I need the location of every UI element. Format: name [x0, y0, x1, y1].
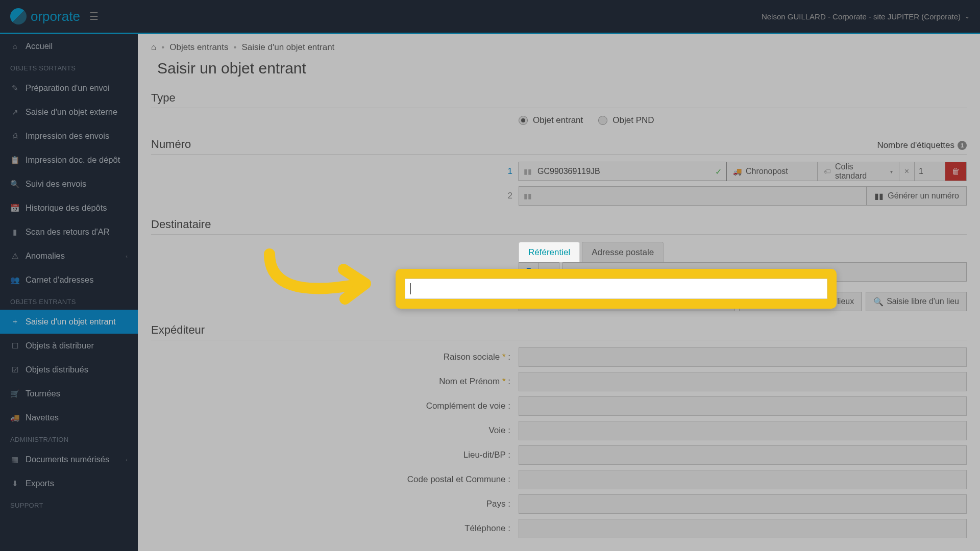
tag-icon: 🏷 — [824, 167, 831, 176]
sidebar-item-documents[interactable]: ▦Documents numérisés‹ — [0, 447, 138, 471]
sidebar-label: Carnet d'adresses — [26, 275, 93, 285]
sidebar-item-tournees[interactable]: 🛒Tournées — [0, 382, 138, 406]
chevron-left-icon: ‹ — [126, 457, 128, 463]
users-icon: 👥 — [10, 276, 19, 285]
section-heading: Numéro Nombre d'étiquettes1 — [151, 133, 967, 155]
tab-referentiel[interactable]: Référentiel — [519, 242, 580, 262]
user-label: Nelson GUILLARD - Corporate - site JUPIT… — [762, 12, 961, 21]
barcode-icon: ▮ — [10, 228, 19, 237]
sidebar-item-accueil[interactable]: ⌂Accueil — [0, 34, 138, 58]
voie-input[interactable] — [519, 421, 967, 440]
page-title: Saisir un objet entrant — [138, 56, 980, 86]
delete-button[interactable]: 🗑 — [945, 162, 967, 181]
check-icon: ✓ — [715, 167, 722, 177]
close-icon: × — [902, 167, 911, 176]
cart-icon: 🛒 — [10, 389, 19, 398]
section-caracteristiques: Caractéristiques — [151, 545, 967, 551]
print-icon: ⎙ — [10, 132, 19, 140]
saisie-libre-button[interactable]: 🔍Saisie libre d'un lieu — [866, 292, 967, 311]
numero-row-2: 2 ▮▮ ▮▮Générer un numéro — [519, 186, 967, 206]
cp-commune-input[interactable] — [519, 470, 967, 489]
sidebar-item-saisie-entrant[interactable]: ＋Saisie d'un objet entrant — [0, 310, 138, 334]
sidebar-item-impression-doc[interactable]: 📋Impression doc. de dépôt — [0, 148, 138, 172]
external-icon: ↗ — [10, 108, 19, 117]
tab-adresse-postale[interactable]: Adresse postale — [582, 242, 664, 262]
breadcrumb: ⌂ • Objets entrants • Saisie d'un objet … — [138, 34, 980, 56]
lieudit-input[interactable] — [519, 445, 967, 465]
home-icon[interactable]: ⌂ — [151, 42, 156, 53]
truck-icon: 🚚 — [733, 167, 742, 176]
carrier-select[interactable]: 🚚Chronopost — [727, 162, 818, 181]
colis-value: Colis standard — [835, 162, 886, 181]
sidebar-label: Anomalies — [26, 251, 65, 261]
sidebar-label: Exports — [26, 479, 54, 488]
sidebar-header-entrants: OBJETS ENTRANTS — [0, 292, 138, 310]
sidebar-label: Navettes — [26, 413, 59, 422]
sidebar-item-navettes[interactable]: 🚚Navettes — [0, 406, 138, 430]
chevron-down-icon: ⌄ — [965, 13, 970, 20]
plus-icon: ＋ — [10, 317, 19, 327]
pays-input[interactable] — [519, 494, 967, 514]
sidebar-item-preparation[interactable]: ✎Préparation d'un envoi — [0, 76, 138, 100]
field-label: Pays : — [151, 499, 519, 509]
section-numero: Numéro Nombre d'étiquettes1 1 ▮▮ ✓ 🚚Chro… — [151, 133, 967, 206]
radio-label: Objet PND — [612, 115, 654, 126]
nom-prenom-input[interactable] — [519, 372, 967, 391]
sidebar-item-suivi[interactable]: 🔍Suivi des envois — [0, 172, 138, 196]
field-label: Raison sociale — [444, 352, 500, 362]
brand-logo[interactable]: orporate — [10, 8, 80, 24]
section-heading: Type — [151, 86, 967, 108]
sidebar-header-support: SUPPORT — [0, 495, 138, 513]
sidebar-header-sortants: OBJETS SORTANTS — [0, 58, 138, 76]
radio-icon — [598, 116, 607, 125]
highlighted-input[interactable] — [405, 279, 827, 299]
generate-number-button[interactable]: ▮▮Générer un numéro — [867, 186, 967, 206]
sidebar-item-exports[interactable]: ⬇Exports — [0, 471, 138, 495]
colis-type-select[interactable]: 🏷Colis standard▾ — [818, 162, 899, 181]
row-index: 2 — [500, 191, 512, 201]
tutorial-highlight — [396, 269, 837, 309]
qty-input[interactable]: 1 — [915, 162, 945, 181]
etiquettes-label: Nombre d'étiquettes1 — [877, 140, 967, 151]
field-label: Téléphone : — [151, 523, 519, 534]
sidebar-label: Scan des retours d'AR — [26, 227, 110, 237]
raison-sociale-input[interactable] — [519, 347, 967, 367]
sidebar-item-anomalies[interactable]: ⚠Anomalies‹ — [0, 244, 138, 268]
sidebar-label: Suivi des envois — [26, 179, 86, 189]
sidebar: ⌂Accueil OBJETS SORTANTS ✎Préparation d'… — [0, 34, 138, 551]
warning-icon: ⚠ — [10, 252, 19, 261]
row-index: 1 — [500, 166, 512, 177]
sidebar-header-admin: ADMINISTRATION — [0, 430, 138, 447]
breadcrumb-sep: • — [161, 42, 164, 53]
numero-input[interactable] — [519, 162, 727, 181]
brand-text: orporate — [31, 9, 80, 24]
sidebar-item-saisie-externe[interactable]: ↗Saisie d'un objet externe — [0, 100, 138, 124]
sidebar-label: Accueil — [26, 41, 53, 51]
sidebar-item-a-distribuer[interactable]: ☐Objets à distribuer — [0, 334, 138, 358]
field-label: Code postal et Commune : — [151, 474, 519, 485]
truck-icon: 🚚 — [10, 413, 19, 422]
barcode-icon: ▮▮ — [524, 167, 532, 176]
sidebar-item-carnet[interactable]: 👥Carnet d'adresses — [0, 268, 138, 292]
breadcrumb-link[interactable]: Objets entrants — [169, 42, 228, 53]
sidebar-item-impression-envois[interactable]: ⎙Impression des envois — [0, 124, 138, 148]
section-heading: Expéditeur — [151, 318, 967, 340]
user-menu[interactable]: Nelson GUILLARD - Corporate - site JUPIT… — [762, 12, 970, 21]
sidebar-item-distribues[interactable]: ☑Objets distribués — [0, 358, 138, 382]
qr-icon: ▦ — [10, 455, 19, 464]
telephone-input[interactable] — [519, 519, 967, 538]
section-expediteur: Expéditeur Raison sociale * : Nom et Pré… — [151, 318, 967, 538]
section-type: Type Objet entrant Objet PND — [151, 86, 967, 126]
check-icon: ☑ — [10, 365, 19, 374]
sidebar-item-scan[interactable]: ▮Scan des retours d'AR — [0, 220, 138, 244]
radio-objet-pnd[interactable]: Objet PND — [598, 115, 654, 126]
complement-voie-input[interactable] — [519, 396, 967, 416]
sidebar-item-historique[interactable]: 📅Historique des dépôts — [0, 196, 138, 220]
radio-objet-entrant[interactable]: Objet entrant — [519, 115, 583, 126]
logo-icon — [10, 8, 27, 24]
radio-icon — [519, 116, 528, 125]
remove-x[interactable]: × — [899, 162, 915, 181]
numero-input-empty[interactable] — [519, 186, 867, 206]
button-label: Saisie libre d'un lieu — [887, 297, 959, 306]
menu-toggle-icon[interactable]: ☰ — [89, 10, 99, 22]
